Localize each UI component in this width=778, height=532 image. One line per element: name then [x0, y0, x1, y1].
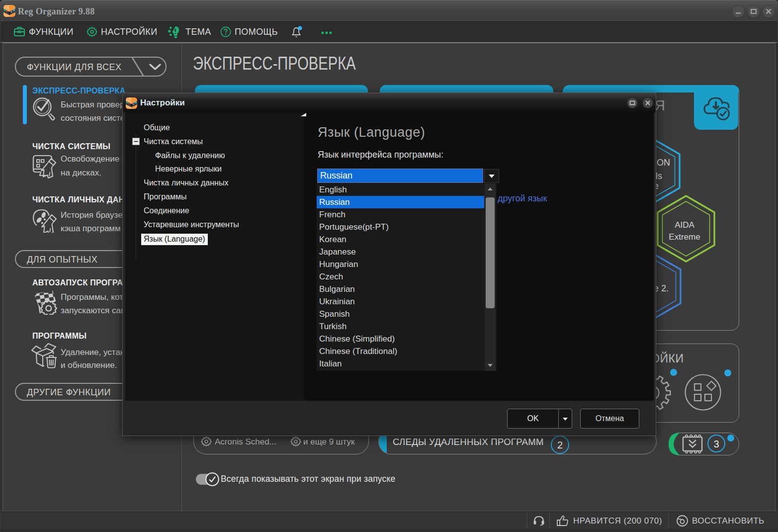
svg-text:Extreme: Extreme	[669, 232, 700, 242]
svg-text:AIDA: AIDA	[675, 220, 694, 230]
svg-text:ls: ls	[656, 171, 662, 181]
svg-text:ON: ON	[657, 158, 670, 168]
